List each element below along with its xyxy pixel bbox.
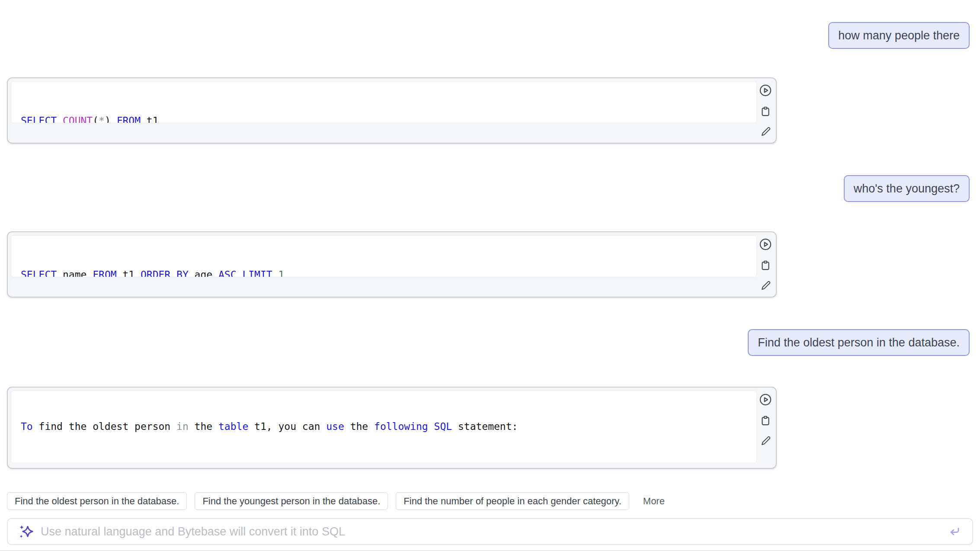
play-circle-icon — [759, 238, 772, 251]
pencil-icon — [759, 435, 772, 448]
user-message-row: who's the youngest? — [844, 175, 970, 202]
copy-sql-button[interactable] — [759, 259, 772, 272]
sql-response-block: SELECT COUNT(*) FROM t1 — [7, 77, 777, 144]
clipboard-icon — [759, 414, 772, 427]
copy-sql-button[interactable] — [759, 414, 772, 427]
user-message-bubble: Find the oldest person in the database. — [748, 329, 970, 356]
return-arrow-icon — [947, 524, 962, 539]
suggestion-button[interactable]: Find the oldest person in the database. — [7, 492, 187, 510]
play-circle-icon — [759, 84, 772, 97]
edit-sql-button[interactable] — [759, 435, 772, 448]
code-line: SELECT name FROM t1 ORDER BY age DESC LI… — [21, 461, 747, 463]
suggestion-button[interactable]: Find the number of people in each gender… — [396, 492, 629, 510]
sql-code-surface: To find the oldest person in the table t… — [11, 391, 757, 463]
clipboard-icon — [759, 259, 772, 272]
play-circle-icon — [759, 393, 772, 406]
sql-response-block: SELECT name FROM t1 ORDER BY age ASC LIM… — [7, 231, 777, 298]
clipboard-icon — [759, 105, 772, 118]
user-message-row: Find the oldest person in the database. — [748, 329, 970, 356]
code-action-toolbar — [757, 238, 774, 292]
code-line: To find the oldest person in the table t… — [21, 415, 747, 438]
edit-sql-button[interactable] — [759, 279, 772, 292]
copy-sql-button[interactable] — [759, 105, 772, 118]
nl2sql-input-field[interactable] — [40, 525, 940, 539]
code-action-toolbar — [757, 393, 774, 448]
submit-query-button[interactable] — [947, 524, 962, 539]
user-message-bubble: who's the youngest? — [844, 175, 970, 202]
sql-response-block: To find the oldest person in the table t… — [7, 387, 777, 469]
pencil-icon — [759, 279, 772, 292]
user-message-bubble: how many people there — [828, 22, 970, 49]
run-query-button[interactable] — [759, 393, 772, 406]
pencil-icon — [759, 125, 772, 138]
suggestion-row: Find the oldest person in the database. … — [7, 492, 667, 510]
ai-sparkle-icon — [18, 524, 34, 539]
code-line: SELECT name FROM t1 ORDER BY age ASC LIM… — [21, 269, 747, 277]
suggestion-button[interactable]: Find the youngest person in the database… — [195, 492, 388, 510]
run-query-button[interactable] — [759, 84, 772, 97]
sql-code-surface: SELECT COUNT(*) FROM t1 — [11, 81, 757, 123]
sql-code-surface: SELECT name FROM t1 ORDER BY age ASC LIM… — [11, 235, 757, 277]
user-message-row: how many people there — [828, 22, 970, 49]
more-suggestions-button[interactable]: More — [641, 495, 667, 507]
code-line: SELECT COUNT(*) FROM t1 — [21, 115, 747, 123]
run-query-button[interactable] — [759, 238, 772, 251]
edit-sql-button[interactable] — [759, 125, 772, 138]
code-action-toolbar — [757, 84, 774, 138]
nl2sql-composer — [7, 518, 973, 545]
